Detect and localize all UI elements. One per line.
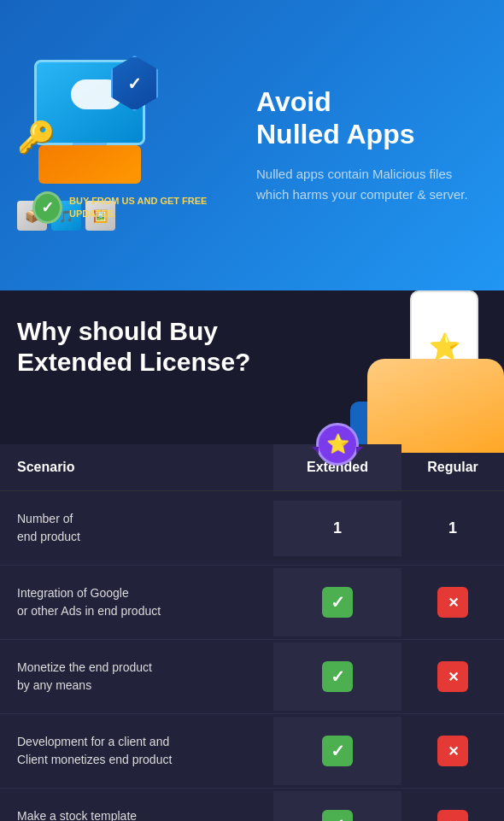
keyboard-icon [38,145,141,184]
header-scenario: Scenario [0,444,273,490]
cross-icon: ✕ [437,587,468,618]
regular-value: ✕ [401,791,504,821]
extended-value: ✓ [273,791,401,821]
banner-illustration-area: 🔑 📦 🎵 🖼️ BUY FROM US AND GET FREE UPDATE… [17,51,239,239]
banner-description: Nulled apps contain Malicious files whic… [256,164,487,205]
section-title-text: Why should Buy Extended License? [17,317,250,376]
table-row: Make a stock template as end product ✓ ✕ [0,789,504,821]
banner-badge: BUY FROM US AND GET FREE UPDATES. [32,191,239,224]
cross-icon: ✕ [437,736,468,766]
regular-value: 1 [401,501,504,556]
comparison-table: Scenario Extended Regular Number of end … [0,444,504,821]
section-title: Why should Buy Extended License? [17,316,273,378]
check-icon: ✓ [322,736,353,766]
cross-icon: ✕ [437,810,468,821]
ribbon-left [312,447,319,454]
extended-value: 1 [273,501,401,556]
table-row: Number of end product 1 1 [0,491,504,566]
regular-value: ✕ [401,568,504,636]
regular-number: 1 [448,519,457,537]
regular-value: ✕ [401,642,504,711]
extended-value: ✓ [273,568,401,636]
hand-shape [367,359,504,453]
extended-value: ✓ [273,717,401,785]
table-row: Monetize the end product by any means ✓ … [0,640,504,714]
scenario-text: Number of end product [0,491,273,565]
extended-number: 1 [333,519,342,537]
check-icon: ✓ [322,810,353,821]
table-row: Integration of Google or other Ads in en… [0,566,504,640]
scenario-text: Monetize the end product by any means [0,640,273,713]
check-icon: ✓ [322,587,353,618]
extended-value: ✓ [273,642,401,711]
hand-phone-illustration: ⭐ [333,282,504,453]
scenario-text: Make a stock template as end product [0,789,273,821]
middle-section: Why should Buy Extended License? ⭐ [0,290,504,444]
regular-value: ✕ [401,717,504,785]
header-extended: Extended [273,444,401,490]
star-badge-icon [316,423,359,466]
ribbon-right [356,447,363,454]
scenario-label: Development for a client and Client mone… [17,735,172,766]
table-row: Development for a client and Client mone… [0,714,504,789]
banner-content: Avoid Nulled Apps Nulled apps contain Ma… [239,85,487,206]
scenario-label: Make a stock template as end product [17,809,137,821]
top-banner: 🔑 📦 🎵 🖼️ BUY FROM US AND GET FREE UPDATE… [0,0,504,290]
scenario-text: Development for a client and Client mone… [0,714,273,788]
cross-icon: ✕ [437,661,468,692]
hand-phone-inner: ⭐ [333,282,504,453]
scenario-label: Monetize the end product by any means [17,660,152,692]
banner-title-text: Avoid Nulled Apps [256,86,414,150]
green-check-icon [32,191,62,224]
check-icon: ✓ [322,661,353,692]
scenario-text: Integration of Google or other Ads in en… [0,566,273,639]
scenario-label: Number of end product [17,512,80,543]
banner-title: Avoid Nulled Apps [256,85,487,151]
scenario-label: Integration of Google or other Ads in en… [17,586,161,618]
badge-text: BUY FROM US AND GET FREE UPDATES. [69,195,239,221]
